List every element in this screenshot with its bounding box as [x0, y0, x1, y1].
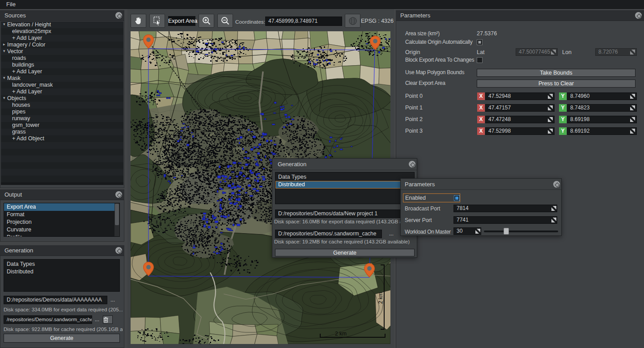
svg-text:2 km: 2 km	[335, 331, 347, 337]
svg-text:2 km: 2 km	[377, 292, 384, 304]
